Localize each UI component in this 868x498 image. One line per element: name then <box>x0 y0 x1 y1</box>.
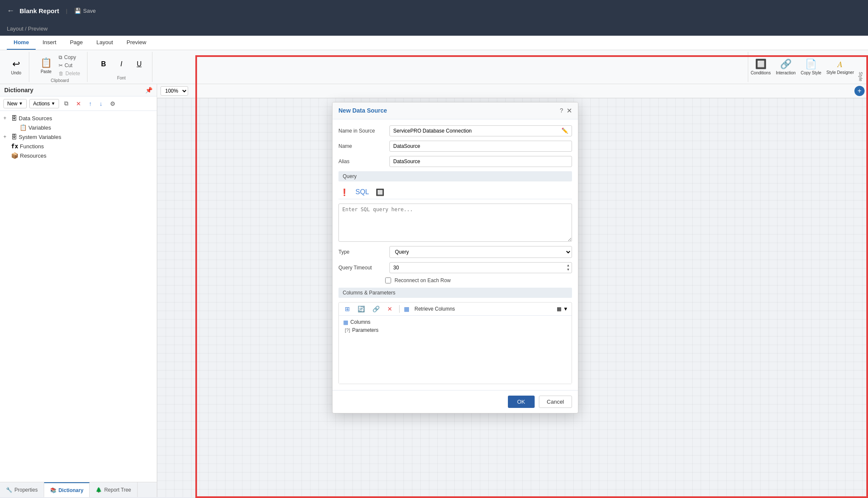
builder-icon[interactable]: 🔲 <box>374 187 386 197</box>
retrieve-label: Retrieve Columns <box>414 306 455 312</box>
col-toolbar-right: ▦ ▼ <box>557 306 568 312</box>
add-column-btn[interactable]: ⊞ <box>342 304 352 314</box>
retrieve-icon: ▦ <box>404 306 409 312</box>
alias-input[interactable] <box>389 156 572 167</box>
query-timeout-row: Query Timeout ▲ ▼ <box>338 262 572 273</box>
modal-footer: OK Cancel <box>333 390 578 413</box>
reconnect-label: Reconnect on Each Row <box>395 277 451 283</box>
columns-tree-label: Columns <box>350 319 370 325</box>
query-timeout-input[interactable] <box>390 263 565 273</box>
help-button[interactable]: ? <box>560 107 563 114</box>
name-input[interactable] <box>389 141 572 152</box>
type-row: Type Query Stored Procedure Table <box>338 246 572 258</box>
spinbox-arrows: ▲ ▼ <box>565 263 572 272</box>
alias-row: Alias <box>338 156 572 167</box>
col-dropdown-icon[interactable]: ▼ <box>563 306 568 312</box>
name-in-source-input-wrap: ✏️ <box>389 125 572 136</box>
retrieve-columns-btn[interactable]: Retrieve Columns <box>412 305 457 313</box>
reconnect-checkbox[interactable] <box>385 277 391 283</box>
cancel-button[interactable]: Cancel <box>539 396 572 408</box>
type-select[interactable]: Query Stored Procedure Table <box>389 246 572 258</box>
reconnect-row: Reconnect on Each Row <box>385 277 572 283</box>
col-grid-icon: ▦ <box>557 306 561 312</box>
delete-col-btn[interactable]: ✕ <box>385 304 395 314</box>
col-sep <box>399 305 400 313</box>
alias-label: Alias <box>338 158 385 164</box>
query-timeout-label: Query Timeout <box>338 265 385 271</box>
name-label: Name <box>338 143 385 149</box>
col-item-columns[interactable]: ▦ Columns <box>343 318 567 326</box>
close-button[interactable]: ✕ <box>566 107 572 115</box>
name-in-source-label: Name in Source <box>338 128 385 134</box>
sql-tab[interactable]: SQL <box>354 187 371 197</box>
link-btn[interactable]: 🔗 <box>370 304 382 314</box>
error-icon: ❗ <box>338 187 350 197</box>
modal-body: Name in Source ✏️ Name Alias Query ❗ SQL <box>333 119 578 390</box>
columns-icon: ▦ <box>343 319 348 325</box>
spinbox-down[interactable]: ▼ <box>566 268 570 272</box>
columns-section-header: Columns & Parameters <box>338 288 572 298</box>
query-section-header: Query <box>338 171 572 181</box>
name-in-source-row: Name in Source ✏️ <box>338 125 572 136</box>
modal-header-actions: ? ✕ <box>560 107 572 115</box>
modal-title: New Data Source <box>338 107 387 114</box>
query-textarea[interactable] <box>338 204 572 242</box>
query-toolbar: ❗ SQL 🔲 <box>338 186 572 199</box>
columns-toolbar: ⊞ 🔄 🔗 ✕ ▦ Retrieve Columns ▦ ▼ <box>339 303 572 316</box>
refresh-btn[interactable]: 🔄 <box>355 304 367 314</box>
name-in-source-input[interactable] <box>390 126 558 136</box>
col-item-parameters[interactable]: [?] Parameters <box>343 326 567 334</box>
columns-tree: ▦ Columns [?] Parameters <box>339 316 572 384</box>
type-label: Type <box>338 249 385 255</box>
columns-container: ⊞ 🔄 🔗 ✕ ▦ Retrieve Columns ▦ ▼ <box>338 302 572 384</box>
name-row: Name <box>338 141 572 152</box>
spinbox-up[interactable]: ▲ <box>566 263 570 268</box>
parameters-icon: [?] <box>345 328 350 333</box>
query-timeout-spinbox: ▲ ▼ <box>389 262 572 273</box>
modal-header: New Data Source ? ✕ <box>333 102 578 119</box>
name-in-source-edit-icon[interactable]: ✏️ <box>558 127 572 134</box>
modal-overlay: New Data Source ? ✕ Name in Source ✏️ Na… <box>0 0 868 498</box>
ok-button[interactable]: OK <box>508 396 535 408</box>
new-data-source-modal: New Data Source ? ✕ Name in Source ✏️ Na… <box>332 102 578 413</box>
parameters-tree-label: Parameters <box>352 327 378 333</box>
